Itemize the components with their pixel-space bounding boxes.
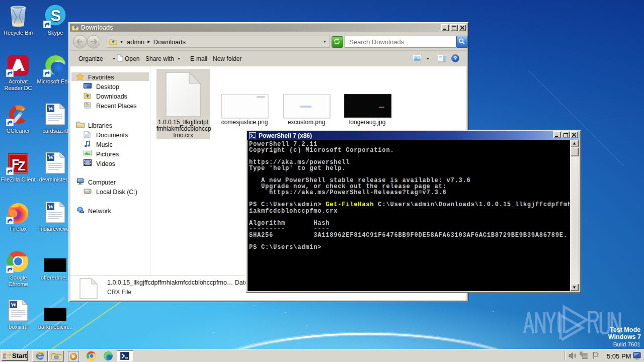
svg-text:W: W <box>48 105 54 112</box>
svg-text:S: S <box>51 7 61 25</box>
svg-text:Build 7601: Build 7601 <box>613 341 640 347</box>
svg-text:W: W <box>11 301 17 308</box>
svg-text:?: ? <box>454 55 457 61</box>
svg-text:Test Mode: Test Mode <box>610 326 640 333</box>
svg-text:Z: Z <box>18 158 26 173</box>
svg-text:W: W <box>48 203 54 210</box>
svg-text:W: W <box>48 154 54 161</box>
svg-text:Windows 7: Windows 7 <box>608 333 641 340</box>
